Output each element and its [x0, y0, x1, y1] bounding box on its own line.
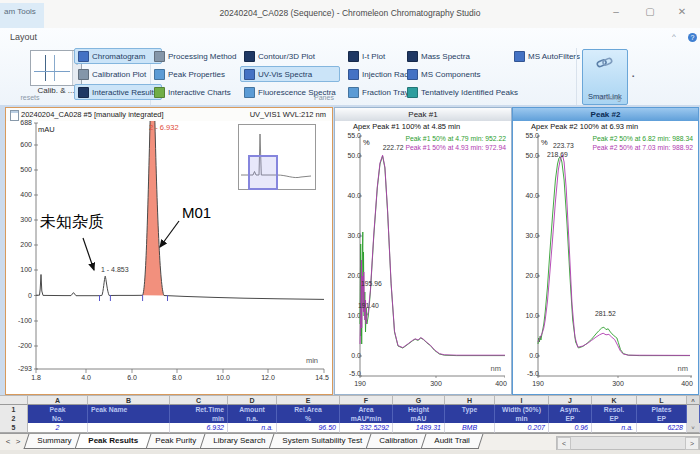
y-tick: -5.0	[337, 370, 361, 377]
col-letter[interactable]: B	[88, 395, 170, 405]
cell-height[interactable]: 1489.31	[393, 423, 445, 433]
col-letter[interactable]: A	[28, 395, 88, 405]
chromatogram-panel[interactable]: 20240204_CA028 #5 [manually integrated] …	[5, 107, 333, 395]
cell-amount[interactable]: n.a.	[228, 423, 277, 433]
cell-peak-no[interactable]: 2	[28, 423, 88, 433]
tab-prev-icon[interactable]: <	[3, 436, 13, 448]
cell-resol[interactable]: n.a.	[592, 423, 637, 433]
wavelength-label-223: 223.73	[553, 142, 574, 149]
horizontal-scrollbar[interactable]: < >	[556, 436, 700, 450]
linking-group-label: Linking	[578, 94, 642, 101]
table-scrollbar[interactable]	[687, 405, 700, 423]
y-tick: 30.0	[337, 232, 361, 239]
peak1-spectrum-panel[interactable]: Peak #1 Apex Peak #1 100% at 4.85 min Pe…	[334, 107, 512, 395]
table-scroll-up-icon[interactable]: ˄	[687, 395, 700, 405]
y-tick: 500	[8, 166, 32, 173]
table-header-row: 12 PeakNo. Peak Name Ret.Timemin Amountn…	[0, 405, 700, 423]
pane-button-calibration-plot[interactable]: Calibration Plot	[74, 66, 162, 82]
peak1-spectrum-plot[interactable]	[359, 134, 505, 378]
cell-ret-time[interactable]: 6.932	[170, 423, 228, 433]
peak2-panel-title[interactable]: Peak #2	[513, 108, 698, 121]
cell-rel-area[interactable]: 96.50	[277, 423, 340, 433]
cell-asym[interactable]: 0.96	[549, 423, 592, 433]
y-tick: 30.0	[515, 232, 539, 239]
table-data-row[interactable]: 5 2 6.932 n.a. 96.50 332.5292 1489.31 BM…	[0, 423, 700, 433]
y-tick: 55.0	[515, 132, 539, 139]
col-letter[interactable]: L	[637, 395, 687, 405]
x-tick: 4.0	[81, 374, 91, 381]
peak-properties-icon	[154, 69, 165, 80]
pane-button-processing-method[interactable]: Processing Method	[150, 48, 240, 64]
x-tick: 8.0	[172, 374, 182, 381]
y-tick: 40.0	[515, 192, 539, 199]
minimize-icon[interactable]: –	[608, 4, 624, 20]
col-letter[interactable]: D	[228, 395, 277, 405]
x-tick: 12.0	[261, 374, 275, 381]
y-tick: 0	[8, 292, 32, 299]
tab-layout[interactable]: Layout	[10, 32, 37, 42]
col-letter[interactable]: E	[277, 395, 340, 405]
peak2-green-trace	[538, 157, 690, 356]
restore-icon[interactable]: ▢	[642, 4, 658, 20]
tab-audit-trail[interactable]: Audit Trail	[421, 434, 483, 449]
tab-library-search[interactable]: Library Search	[200, 434, 279, 449]
y-tick: 55.0	[337, 132, 361, 139]
overview-inset[interactable]	[238, 124, 316, 190]
col-letter[interactable]: G	[393, 395, 445, 405]
y-tick: 20.0	[515, 272, 539, 279]
y-tick: 300	[8, 216, 32, 223]
col-letter[interactable]: J	[549, 395, 592, 405]
wavelength-label-281: 281.52	[595, 310, 616, 317]
x-tick: 14.5	[315, 374, 329, 381]
tab-next-icon[interactable]: >	[13, 436, 23, 448]
x-axis-unit: min	[306, 356, 318, 365]
peak2-spectrum-panel[interactable]: Peak #2 Apex Peak #2 100% at 6.93 min Pe…	[512, 107, 699, 395]
close-icon[interactable]: ✕	[674, 4, 690, 20]
pane-button-chromatogram[interactable]: Chromatogram	[74, 48, 162, 64]
scroll-right-icon[interactable]: >	[685, 437, 699, 450]
peak2-spectrum-plot[interactable]	[537, 134, 692, 378]
results-table: A B C D E F G H I J K L ˄ 12 PeakNo. Pea…	[0, 395, 700, 433]
table-scroll-down-icon[interactable]: ˅	[687, 423, 700, 433]
y-axis-unit: mAU	[38, 125, 55, 134]
smartlink-dropdown-icon[interactable]: ▪	[629, 70, 637, 82]
x-tick: 400	[681, 380, 693, 387]
x-tick: 190	[354, 380, 366, 387]
row-number[interactable]: 5	[0, 423, 28, 433]
y-tick: 20.0	[337, 272, 361, 279]
pane-button-contour-3d-plot[interactable]: Contour/3D Plot	[240, 48, 340, 64]
col-letter[interactable]: F	[340, 395, 393, 405]
cell-width-50[interactable]: 0.207	[495, 423, 549, 433]
col-letter[interactable]: H	[445, 395, 495, 405]
peak1-panel-title[interactable]: Peak #1	[335, 108, 511, 121]
ribbon-collapse-icon[interactable]: ^	[672, 32, 676, 41]
cell-type[interactable]: BMB	[445, 423, 495, 433]
y-axis-unit: %	[363, 138, 370, 147]
group-separator	[576, 48, 577, 110]
cell-peak-name[interactable]	[88, 423, 170, 433]
y-tick: 10.0	[337, 312, 361, 319]
pane-button-ms-components[interactable]: MS Components	[403, 66, 522, 82]
mass-spectra-icon	[407, 51, 418, 62]
col-letter[interactable]: C	[170, 395, 228, 405]
overview-zoom-region[interactable]	[248, 155, 278, 190]
col-letter[interactable]: I	[495, 395, 549, 405]
pane-button-peak-properties[interactable]: Peak Properties	[150, 66, 240, 82]
impurity-annotation: 未知杂质	[40, 212, 104, 233]
ms-components-icon	[407, 69, 418, 80]
pane-button-mass-spectra[interactable]: Mass Spectra	[403, 48, 522, 64]
scroll-left-icon[interactable]: <	[557, 437, 571, 450]
m01-annotation: M01	[182, 204, 211, 221]
col-letter[interactable]: K	[592, 395, 637, 405]
x-axis-unit: nm	[491, 364, 501, 373]
program-tools-tab[interactable]: am Tools	[0, 3, 44, 29]
pane-button-uv-vis-spectra[interactable]: UV-Vis Spectra	[240, 66, 340, 82]
cell-plates[interactable]: 6228	[637, 423, 687, 433]
help-icon[interactable]: ?	[688, 33, 697, 42]
tab-peak-results[interactable]: Peak Results	[75, 434, 152, 449]
peak1-retention-label: 1 - 4.853	[101, 266, 129, 273]
cell-area[interactable]: 332.5292	[340, 423, 393, 433]
row-number[interactable]: 12	[0, 405, 28, 423]
pane-button-ms-autofilters[interactable]: MS AutoFilters	[510, 48, 584, 64]
tab-system-suitability-test[interactable]: System Suitability Test	[269, 434, 376, 449]
